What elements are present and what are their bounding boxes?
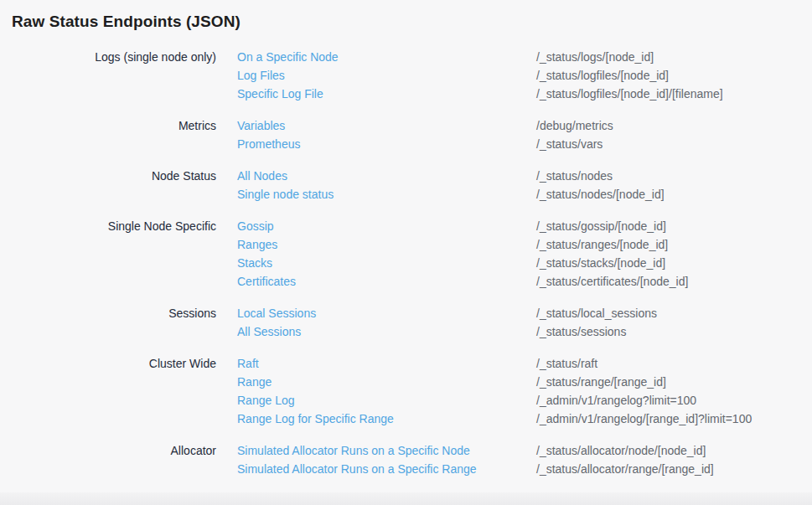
endpoint-link[interactable]: Range Log for Specific Range: [237, 412, 394, 425]
endpoint-path: /_status/sessions: [536, 322, 812, 341]
endpoint-group: Node Status All NodesSingle node status …: [0, 167, 812, 204]
endpoint-groups: Logs (single node only) On a Specific No…: [0, 48, 812, 478]
footer-band: [0, 492, 812, 505]
endpoint-group: Sessions Local SessionsAll Sessions /_st…: [0, 304, 812, 341]
endpoint-path: /_status/stacks/[node_id]: [536, 254, 812, 272]
endpoint-link[interactable]: Log Files: [237, 69, 285, 82]
endpoint-link[interactable]: All Nodes: [237, 169, 287, 183]
endpoint-link[interactable]: Local Sessions: [237, 307, 316, 320]
paths-column: /_status/nodes/_status/nodes/[node_id]: [536, 167, 812, 204]
endpoint-link[interactable]: Raft: [237, 357, 259, 370]
endpoint-path: /_status/vars: [536, 135, 812, 153]
category-label: Allocator: [0, 441, 216, 460]
endpoint-link[interactable]: On a Specific Node: [237, 50, 339, 64]
endpoint-link[interactable]: Certificates: [237, 275, 296, 288]
endpoint-path: /_status/logfiles/[node_id]: [536, 66, 812, 85]
endpoint-path: /_status/certificates/[node_id]: [536, 272, 812, 291]
category-label: Sessions: [0, 304, 216, 322]
endpoint-link[interactable]: Simulated Allocator Runs on a Specific N…: [237, 444, 470, 457]
endpoint-link[interactable]: Stacks: [237, 256, 272, 270]
paths-column: /_status/local_sessions/_status/sessions: [536, 304, 812, 341]
endpoint-link[interactable]: Gossip: [237, 219, 274, 233]
endpoint-group: Allocator Simulated Allocator Runs on a …: [0, 441, 812, 478]
endpoint-path: /_status/range/[range_id]: [536, 373, 812, 391]
endpoint-link[interactable]: Specific Log File: [237, 87, 323, 100]
endpoint-group: Single Node Specific GossipRangesStacksC…: [0, 217, 812, 291]
endpoint-path: /_status/nodes/[node_id]: [536, 185, 812, 204]
paths-column: /debug/metrics/_status/vars: [536, 116, 812, 153]
endpoint-link[interactable]: Range Log: [237, 394, 295, 407]
paths-column: /_status/logs/[node_id]/_status/logfiles…: [536, 48, 812, 103]
paths-column: /_status/raft/_status/range/[range_id]/_…: [536, 354, 812, 428]
links-column: VariablesPrometheus: [237, 116, 515, 153]
endpoint-path: /_status/logs/[node_id]: [536, 48, 812, 66]
endpoint-path: /_status/allocator/range/[range_id]: [536, 460, 812, 478]
links-column: Local SessionsAll Sessions: [237, 304, 515, 341]
category-label: Cluster Wide: [0, 354, 216, 373]
category-label: Single Node Specific: [0, 217, 216, 235]
paths-column: /_status/allocator/node/[node_id]/_statu…: [536, 441, 812, 478]
endpoint-path: /_status/allocator/node/[node_id]: [536, 441, 812, 460]
endpoint-path: /debug/metrics: [536, 116, 812, 135]
category-label: Metrics: [0, 116, 216, 135]
endpoint-path: /_status/logfiles/[node_id]/[filename]: [536, 85, 812, 103]
category-label: Node Status: [0, 167, 216, 185]
page-title: Raw Status Endpoints (JSON): [12, 10, 812, 33]
endpoint-link[interactable]: All Sessions: [237, 325, 301, 338]
endpoint-group: Metrics VariablesPrometheus /debug/metri…: [0, 116, 812, 153]
endpoint-link[interactable]: Ranges: [237, 238, 277, 251]
paths-column: /_status/gossip/[node_id]/_status/ranges…: [536, 217, 812, 291]
endpoint-link[interactable]: Range: [237, 375, 272, 389]
endpoint-path: /_admin/v1/rangelog?limit=100: [536, 391, 812, 410]
category-label: Logs (single node only): [0, 48, 216, 66]
endpoint-path: /_status/ranges/[node_id]: [536, 235, 812, 254]
links-column: RaftRangeRange LogRange Log for Specific…: [237, 354, 515, 428]
endpoint-link[interactable]: Variables: [237, 119, 285, 132]
links-column: GossipRangesStacksCertificates: [237, 217, 515, 291]
endpoint-path: /_status/local_sessions: [536, 304, 812, 322]
endpoint-link[interactable]: Single node status: [237, 188, 334, 201]
endpoint-path: /_status/nodes: [536, 167, 812, 185]
endpoint-link[interactable]: Prometheus: [237, 137, 300, 151]
endpoint-group: Logs (single node only) On a Specific No…: [0, 48, 812, 103]
links-column: Simulated Allocator Runs on a Specific N…: [237, 441, 515, 478]
links-column: On a Specific NodeLog FilesSpecific Log …: [237, 48, 515, 103]
endpoint-path: /_status/raft: [536, 354, 812, 373]
links-column: All NodesSingle node status: [237, 167, 515, 204]
endpoint-group: Cluster Wide RaftRangeRange LogRange Log…: [0, 354, 812, 428]
endpoint-link[interactable]: Simulated Allocator Runs on a Specific R…: [237, 462, 477, 476]
endpoint-path: /_admin/v1/rangelog/[range_id]?limit=100: [536, 410, 812, 428]
endpoint-path: /_status/gossip/[node_id]: [536, 217, 812, 235]
